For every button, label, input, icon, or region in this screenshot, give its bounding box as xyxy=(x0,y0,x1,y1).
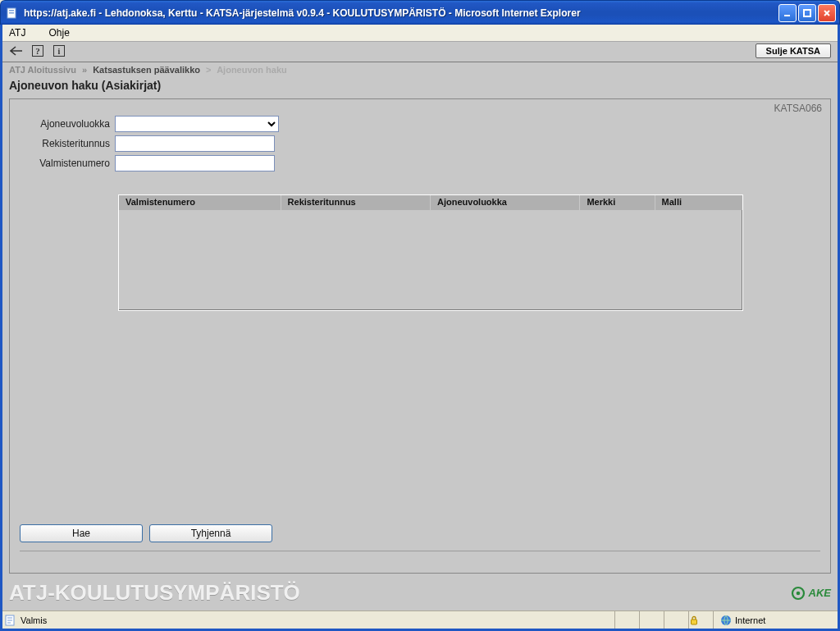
action-buttons: Hae Tyhjennä xyxy=(20,518,820,546)
page-title: Ajoneuvon haku (Asiakirjat) xyxy=(2,77,838,98)
ie-page-icon xyxy=(6,7,19,20)
globe-icon xyxy=(720,615,732,626)
lock-icon xyxy=(689,615,699,625)
sulje-katsa-button[interactable]: Sulje KATSA xyxy=(756,43,831,58)
window-controls xyxy=(778,4,836,22)
panel-code: KATSA066 xyxy=(774,103,822,114)
input-valmistenumero[interactable] xyxy=(115,155,275,171)
status-cell-lock xyxy=(688,611,713,629)
menu-ohje[interactable]: Ohje xyxy=(48,27,69,39)
col-malli[interactable]: Malli xyxy=(655,195,742,210)
breadcrumb-sep: » xyxy=(82,65,87,75)
brand-text: ATJ-KOULUTUSYMPÄRISTÖ xyxy=(9,580,300,606)
svg-rect-14 xyxy=(692,620,697,624)
svg-rect-2 xyxy=(9,12,14,14)
breadcrumb-item-1[interactable]: Katsastuksen päävalikko xyxy=(93,65,200,75)
maximize-button[interactable] xyxy=(798,4,816,22)
svg-rect-4 xyxy=(804,10,810,16)
minimize-button[interactable] xyxy=(778,4,797,22)
footer-brand: ATJ-KOULUTUSYMPÄRISTÖ AKE xyxy=(2,580,838,610)
back-icon[interactable] xyxy=(9,43,24,58)
hae-button[interactable]: Hae xyxy=(20,524,143,542)
menubar: ATJ Ohje xyxy=(2,25,838,42)
ie-page-icon xyxy=(4,614,17,627)
status-cell-empty xyxy=(639,611,664,629)
tyhjenna-button[interactable]: Tyhjennä xyxy=(149,524,272,542)
ake-logo: AKE xyxy=(791,586,831,601)
toolbar: ? i Sulje KATSA xyxy=(2,42,838,62)
breadcrumb-item-2: Ajoneuvon haku xyxy=(217,65,287,75)
ake-logo-icon xyxy=(791,586,806,601)
label-valmistenumero: Valmistenumero xyxy=(20,158,115,169)
status-zone: Internet xyxy=(713,611,836,629)
results-table: Valmistenumero Rekisteritunnus Ajoneuvol… xyxy=(118,194,743,311)
col-valmistenumero[interactable]: Valmistenumero xyxy=(119,195,281,210)
svg-text:?: ? xyxy=(35,46,40,56)
col-rekisteritunnus[interactable]: Rekisteritunnus xyxy=(281,195,431,210)
menu-atj[interactable]: ATJ xyxy=(9,27,25,39)
status-cell-empty xyxy=(614,611,639,629)
input-rekisteritunnus[interactable] xyxy=(115,135,275,152)
status-cell-empty xyxy=(664,611,688,629)
breadcrumb: ATJ Aloitussivu » Katsastuksen päävalikk… xyxy=(2,62,838,77)
ie-window: https://atj.ake.fi - Lehdonoksa, Kerttu … xyxy=(0,0,840,631)
status-zone-text: Internet xyxy=(735,615,765,625)
select-ajoneuvoluokka[interactable] xyxy=(115,116,279,132)
window-titlebar: https://atj.ake.fi - Lehdonoksa, Kerttu … xyxy=(0,0,840,25)
main-panel: KATSA066 Ajoneuvoluokka Rekisteritunnus … xyxy=(9,98,831,574)
col-ajoneuvoluokka[interactable]: Ajoneuvoluokka xyxy=(431,195,580,210)
window-title: https://atj.ake.fi - Lehdonoksa, Kerttu … xyxy=(24,7,778,19)
status-text: Valmis xyxy=(21,615,47,625)
statusbar: Valmis Internet xyxy=(2,610,838,629)
svg-point-12 xyxy=(796,591,800,595)
client-area: ATJ Ohje ? i Sulje KATSA ATJ Aloitussivu… xyxy=(0,25,840,631)
label-ajoneuvoluokka: Ajoneuvoluokka xyxy=(20,118,115,130)
svg-rect-1 xyxy=(9,10,14,11)
col-merkki[interactable]: Merkki xyxy=(580,195,655,210)
label-rekisteritunnus: Rekisteritunnus xyxy=(20,138,115,149)
divider xyxy=(20,551,820,551)
info-icon[interactable]: i xyxy=(52,43,66,58)
results-header-row: Valmistenumero Rekisteritunnus Ajoneuvol… xyxy=(119,195,742,210)
breadcrumb-sep: > xyxy=(206,65,211,75)
breadcrumb-item-0[interactable]: ATJ Aloitussivu xyxy=(9,65,76,75)
help-icon[interactable]: ? xyxy=(30,43,45,58)
close-button[interactable] xyxy=(818,4,836,22)
ake-logo-text: AKE xyxy=(809,587,831,599)
svg-text:i: i xyxy=(58,47,61,56)
